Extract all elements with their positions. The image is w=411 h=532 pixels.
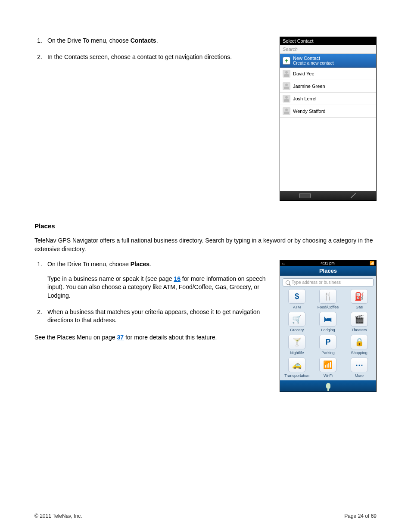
- category-theaters[interactable]: 🎬Theaters: [345, 312, 374, 332]
- film-icon: 🎬: [351, 312, 368, 327]
- category-gas[interactable]: ⛽Gas: [345, 289, 374, 309]
- category-more[interactable]: ⋯More: [345, 358, 374, 378]
- search-input[interactable]: Search: [280, 45, 376, 54]
- steps-contacts: 1. On the Drive To menu, choose Contacts…: [34, 37, 271, 61]
- more-icon: ⋯: [351, 358, 368, 372]
- dollar-icon: $: [288, 289, 305, 304]
- step-num: 1.: [34, 260, 47, 300]
- taxi-icon: 🚕: [288, 358, 305, 372]
- gas-icon: ⛽: [351, 289, 368, 304]
- places-intro: TeleNav GPS Navigator offers a full nati…: [34, 236, 377, 253]
- screenshot-places: ▭ 4:31 pm 📶 Places Type address or busin…: [280, 260, 377, 392]
- edit-icon[interactable]: [350, 193, 356, 199]
- avatar-icon: [283, 70, 290, 78]
- step-body: On the Drive To menu, choose Places. Typ…: [47, 260, 271, 300]
- category-grid: $ATM 🍴Food/Coffee ⛽Gas 🛒Grocery 🛏Lodging…: [280, 289, 376, 380]
- new-contact-row[interactable]: + New Contact Create a new contact: [280, 54, 376, 68]
- contact-row[interactable]: Josh Lerrel: [280, 93, 376, 105]
- step-num: 2.: [34, 308, 47, 325]
- keyboard-icon[interactable]: [299, 193, 311, 198]
- plus-icon: +: [283, 57, 290, 65]
- avatar-icon: [283, 95, 290, 103]
- step-num: 1.: [34, 37, 47, 45]
- category-shopping[interactable]: 🔒Shopping: [345, 335, 374, 355]
- step-body: In the Contacts screen, choose a contact…: [47, 53, 271, 62]
- category-atm[interactable]: $ATM: [283, 289, 311, 309]
- avatar-icon: [283, 107, 290, 115]
- voice-button[interactable]: [280, 380, 376, 392]
- cart-icon: 🛒: [288, 312, 305, 327]
- search-icon: [286, 280, 290, 285]
- category-grocery[interactable]: 🛒Grocery: [283, 312, 311, 332]
- mic-icon: [326, 383, 330, 389]
- fork-icon: 🍴: [319, 289, 336, 304]
- category-transportation[interactable]: 🚕Transportation: [283, 358, 311, 378]
- category-food[interactable]: 🍴Food/Coffee: [314, 289, 342, 309]
- category-wifi[interactable]: 📶Wi-Fi: [314, 358, 342, 378]
- steps-places: 1. On the Drive To menu, choose Places. …: [34, 260, 271, 325]
- page-footer: © 2011 TeleNav, Inc. Page 24 of 69: [34, 513, 377, 519]
- category-parking[interactable]: PParking: [314, 335, 342, 355]
- copyright: © 2011 TeleNav, Inc.: [34, 513, 82, 519]
- see-also: See the Places Menu on page 37 for more …: [34, 333, 271, 342]
- bottom-bar: [280, 191, 376, 200]
- screenshot-contacts: Select Contact Search + New Contact Crea…: [280, 37, 377, 201]
- martini-icon: 🍸: [288, 335, 305, 349]
- step-body: On the Drive To menu, choose Contacts.: [47, 37, 271, 45]
- page-16-link[interactable]: 16: [174, 275, 181, 282]
- screen-title: Places: [280, 266, 376, 276]
- screen-title: Select Contact: [280, 37, 376, 45]
- category-nightlife[interactable]: 🍸Nightlife: [283, 335, 311, 355]
- places-heading: Places: [34, 222, 377, 230]
- bag-icon: 🔒: [351, 335, 368, 349]
- step-body: When a business that matches your criter…: [47, 308, 271, 325]
- status-bar: ▭ 4:31 pm 📶: [280, 261, 376, 266]
- wifi-icon: 📶: [319, 358, 336, 372]
- contact-row[interactable]: David Yee: [280, 68, 376, 80]
- category-lodging[interactable]: 🛏Lodging: [314, 312, 342, 332]
- page-number: Page 24 of 69: [344, 513, 377, 519]
- step-num: 2.: [34, 53, 47, 62]
- places-search-input[interactable]: Type address or business: [283, 278, 374, 286]
- parking-icon: P: [319, 335, 336, 349]
- bed-icon: 🛏: [319, 312, 336, 327]
- page-37-link[interactable]: 37: [117, 334, 124, 341]
- contact-row[interactable]: Wendy Stafford: [280, 105, 376, 118]
- avatar-icon: [283, 82, 290, 90]
- contact-row[interactable]: Jasmine Green: [280, 80, 376, 93]
